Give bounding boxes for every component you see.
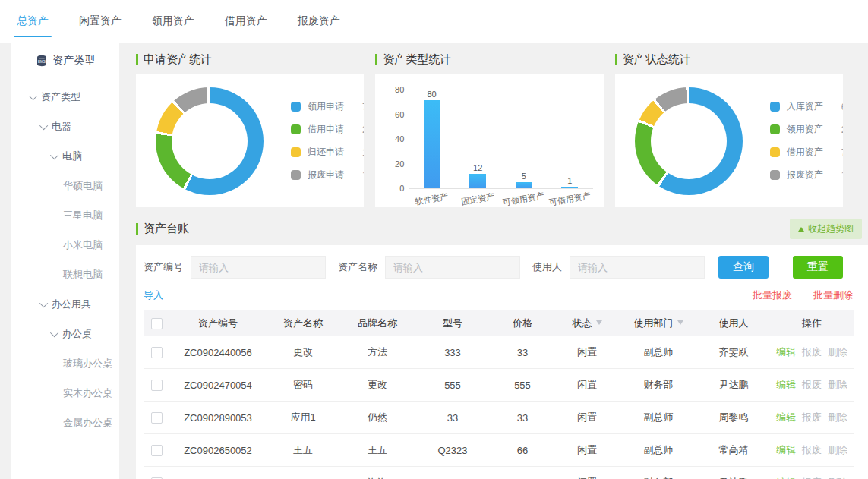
cell-model: 555 bbox=[415, 369, 490, 402]
column-header: 资产名称 bbox=[267, 310, 339, 336]
tree-item-7[interactable]: 办公用具 bbox=[11, 289, 119, 319]
table-row: ZC0902440056更改方法33333闲置副总师齐雯跃编辑报废删除 bbox=[144, 336, 854, 369]
legend-label: 借用资产 bbox=[787, 146, 834, 159]
tree-item-label: 电脑 bbox=[62, 150, 82, 162]
asset-name-input[interactable] bbox=[385, 256, 520, 279]
chart-section-1: 申请资产统计领用申请76借用申请25归还申请13报废申请14 bbox=[136, 52, 364, 207]
chevron-down-icon bbox=[50, 329, 58, 337]
row-checkbox[interactable] bbox=[151, 380, 163, 391]
asset-code-label: 资产编号 bbox=[144, 260, 183, 274]
scrap-link[interactable]: 报废 bbox=[802, 379, 822, 390]
tree-item-5[interactable]: 小米电脑 bbox=[11, 230, 119, 260]
tab-borrowed-assets[interactable]: 借用资产 bbox=[214, 0, 278, 43]
row-checkbox[interactable] bbox=[151, 445, 163, 456]
tree-item-2[interactable]: 电脑 bbox=[11, 141, 119, 171]
legend-swatch bbox=[291, 102, 301, 112]
cell-brand: 方法 bbox=[339, 336, 415, 369]
tree-item-6[interactable]: 联想电脑 bbox=[11, 260, 119, 289]
tree-item-8[interactable]: 办公桌 bbox=[11, 319, 119, 348]
legend-item[interactable]: 报废申请14 bbox=[291, 169, 364, 181]
search-button[interactable]: 查询 bbox=[718, 256, 769, 279]
user-input[interactable] bbox=[570, 256, 705, 279]
column-header: 状态 bbox=[555, 310, 619, 336]
legend-item[interactable]: 借用申请25 bbox=[291, 123, 364, 136]
delete-link[interactable]: 删除 bbox=[828, 346, 847, 358]
legend-item[interactable]: 归还申请13 bbox=[291, 146, 364, 159]
batch-scrap-link[interactable]: 批量报废 bbox=[753, 288, 792, 302]
header-checkbox-cell bbox=[144, 310, 169, 336]
cell-status: 闲置 bbox=[555, 402, 619, 434]
delete-link[interactable]: 删除 bbox=[828, 379, 847, 390]
tab-idle-assets[interactable]: 闲置资产 bbox=[68, 0, 132, 43]
tree-item-0[interactable]: 资产类型 bbox=[11, 82, 119, 112]
bar-value-label: 1 bbox=[567, 176, 572, 185]
cell-user: 尹达鹏 bbox=[698, 369, 769, 402]
ledger-header: 资产台账 收起趋势图 bbox=[136, 219, 862, 239]
tree-item-1[interactable]: 电器 bbox=[11, 112, 119, 141]
cell-price: 33 bbox=[490, 402, 555, 434]
asset-name-label: 资产名称 bbox=[338, 260, 377, 274]
filter-row: 资产编号 资产名称 使用人 查询 重置 bbox=[144, 256, 854, 279]
ledger-title: 资产台账 bbox=[136, 222, 189, 236]
tree-item-3[interactable]: 华硕电脑 bbox=[11, 171, 119, 200]
tree-item-label: 华硕电脑 bbox=[63, 180, 103, 191]
tab-scrapped-assets[interactable]: 报废资产 bbox=[287, 0, 351, 43]
import-link[interactable]: 导入 bbox=[144, 288, 163, 302]
tree-item-4[interactable]: 三星电脑 bbox=[11, 200, 119, 230]
cell-model: 333 bbox=[415, 336, 490, 369]
legend-swatch bbox=[770, 170, 780, 180]
row-checkbox-cell bbox=[144, 467, 169, 479]
cell-status: 闲置 bbox=[555, 467, 619, 479]
cell-model: W434 bbox=[415, 467, 490, 479]
cell-code: ZC0902470054 bbox=[169, 369, 267, 402]
row-checkbox-cell bbox=[144, 336, 169, 369]
tree-item-10[interactable]: 实木办公桌 bbox=[11, 378, 119, 408]
chart-section-2: 资产类型统计020406080801251软件资产固定资产可领用资产可借用资产 bbox=[375, 52, 603, 207]
tree-item-11[interactable]: 金属办公桌 bbox=[11, 408, 119, 437]
batch-delete-link[interactable]: 批量删除 bbox=[813, 288, 853, 302]
delete-link[interactable]: 删除 bbox=[828, 444, 847, 455]
row-actions: 编辑报废删除 bbox=[769, 369, 854, 402]
cell-dept: 副总师 bbox=[619, 402, 698, 434]
edit-link[interactable]: 编辑 bbox=[776, 444, 796, 455]
bar bbox=[424, 100, 440, 188]
filter-icon[interactable] bbox=[596, 320, 602, 328]
delete-link[interactable]: 删除 bbox=[828, 411, 847, 423]
ledger-title-text: 资产台账 bbox=[144, 222, 189, 236]
select-all-checkbox[interactable] bbox=[151, 318, 163, 329]
bar bbox=[516, 182, 532, 188]
chevron-down-icon bbox=[50, 151, 58, 159]
reset-button[interactable]: 重置 bbox=[793, 256, 843, 279]
column-header-label: 价格 bbox=[513, 317, 532, 329]
collapse-trend-button[interactable]: 收起趋势图 bbox=[790, 219, 862, 239]
legend-item[interactable]: 领用资产21 bbox=[770, 123, 843, 136]
legend-item[interactable]: 报废资产10 bbox=[770, 169, 843, 181]
cell-dept: 副总师 bbox=[619, 434, 698, 467]
tab-total-assets[interactable]: 总资产 bbox=[6, 0, 59, 43]
tab-requisitioned-assets[interactable]: 领用资产 bbox=[141, 0, 205, 43]
tree-item-9[interactable]: 玻璃办公桌 bbox=[11, 348, 119, 378]
tree-item-label: 玻璃办公桌 bbox=[63, 358, 112, 369]
column-header-label: 使用人 bbox=[719, 317, 749, 329]
filter-icon[interactable] bbox=[677, 320, 683, 328]
chevron-down-icon bbox=[39, 121, 48, 130]
table-row: ZC0902380048GG淘淘W43455闲置财务部尹达鹏编辑报废删除 bbox=[144, 467, 854, 479]
scrap-link[interactable]: 报废 bbox=[802, 346, 822, 358]
row-checkbox[interactable] bbox=[151, 347, 163, 358]
scrap-link[interactable]: 报废 bbox=[802, 444, 822, 455]
edit-link[interactable]: 编辑 bbox=[776, 411, 796, 423]
legend-value: 21 bbox=[841, 124, 843, 135]
chart-title: 资产类型统计 bbox=[375, 52, 603, 67]
edit-link[interactable]: 编辑 bbox=[776, 379, 796, 390]
cell-name: 更改 bbox=[267, 336, 339, 369]
row-checkbox-cell bbox=[144, 402, 169, 434]
legend-item[interactable]: 领用申请76 bbox=[291, 100, 364, 113]
y-axis-tick: 20 bbox=[384, 159, 404, 169]
legend-item[interactable]: 入库资产60 bbox=[770, 100, 843, 113]
legend-item[interactable]: 借用资产7 bbox=[770, 146, 843, 159]
asset-code-input[interactable] bbox=[191, 256, 326, 279]
edit-link[interactable]: 编辑 bbox=[776, 346, 796, 358]
row-checkbox[interactable] bbox=[151, 412, 163, 424]
scrap-link[interactable]: 报废 bbox=[802, 411, 822, 423]
chart-card: 020406080801251软件资产固定资产可领用资产可借用资产 bbox=[375, 74, 603, 207]
